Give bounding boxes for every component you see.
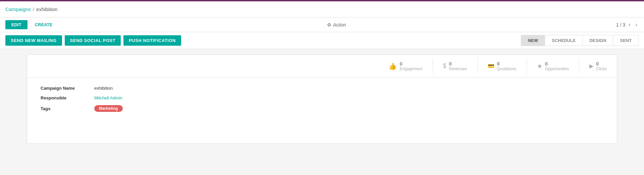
pagination: 1 / 3 ‹ ›: [616, 21, 639, 28]
responsible-row: Responsible Mitchell Admin: [41, 95, 603, 100]
push-notification-button[interactable]: PUSH NOTIFICATION: [123, 35, 181, 46]
opportunities-count: 0: [545, 61, 569, 67]
stat-opportunities[interactable]: ★ 0 Opportunities: [527, 58, 579, 74]
action-bar: SEND NEW MAILING SEND SOCIAL POST PUSH N…: [0, 32, 644, 49]
campaign-name-row: Campaign Name exhibition: [41, 86, 603, 91]
quotations-label: Quotations: [497, 67, 517, 71]
breadcrumb: Campaigns / exhibition: [5, 6, 57, 12]
breadcrumb-current: exhibition: [36, 6, 57, 12]
stat-engagement[interactable]: 👍 0 Engagement: [378, 58, 433, 74]
tags-label: Tags: [41, 106, 94, 111]
action-label: Action: [333, 22, 346, 28]
status-tabs: NEW SCHEDULE DESIGN SENT: [521, 35, 639, 46]
stat-revenues[interactable]: $ 0 Revenues: [433, 58, 478, 74]
cursor-icon: ▶: [589, 63, 593, 69]
edit-button[interactable]: EDIT: [5, 20, 28, 29]
tags-row: Tags Marketing: [41, 105, 603, 112]
send-social-button[interactable]: SEND SOCIAL POST: [65, 35, 121, 46]
bottom-space: [27, 130, 617, 143]
breadcrumb-campaigns-link[interactable]: Campaigns: [5, 6, 31, 12]
tag-marketing[interactable]: Marketing: [94, 105, 123, 112]
dollar-icon: $: [443, 62, 446, 70]
engagement-count: 0: [399, 61, 422, 67]
campaign-name-value: exhibition: [94, 86, 113, 91]
opportunities-label: Opportunities: [545, 67, 569, 71]
tab-sent[interactable]: SENT: [613, 35, 639, 46]
clicks-label: Clicks: [596, 67, 607, 71]
top-bar: Campaigns / exhibition: [0, 1, 644, 17]
breadcrumb-separator: /: [33, 6, 34, 12]
thumbs-up-icon: 👍: [388, 62, 397, 70]
record-card: 👍 0 Engagement $ 0 Revenues 💳 0 Quotatio…: [27, 54, 617, 144]
stat-clicks[interactable]: ▶ 0 Clicks: [579, 58, 617, 74]
send-mailing-button[interactable]: SEND NEW MAILING: [5, 35, 62, 46]
campaign-name-label: Campaign Name: [41, 86, 94, 91]
tab-schedule[interactable]: SCHEDULE: [545, 35, 583, 46]
revenues-label: Revenues: [449, 67, 467, 71]
tab-new[interactable]: NEW: [521, 35, 545, 46]
revenues-count: 0: [449, 61, 467, 67]
gear-icon: ⚙: [327, 22, 331, 28]
next-arrow[interactable]: ›: [634, 21, 639, 28]
responsible-value[interactable]: Mitchell Admin: [94, 95, 122, 100]
quotations-icon: 💳: [488, 63, 494, 69]
star-icon: ★: [537, 62, 542, 70]
stats-bar: 👍 0 Engagement $ 0 Revenues 💳 0 Quotatio…: [27, 55, 617, 78]
create-button[interactable]: CREATE: [30, 20, 57, 29]
pagination-text: 1 / 3: [616, 22, 625, 28]
engagement-label: Engagement: [399, 67, 422, 71]
main-toolbar: EDIT CREATE ⚙ Action 1 / 3 ‹ ›: [0, 17, 644, 32]
tab-design[interactable]: DESIGN: [582, 35, 613, 46]
clicks-count: 0: [596, 61, 607, 67]
responsible-label: Responsible: [41, 95, 94, 100]
action-dropdown[interactable]: ⚙ Action: [327, 22, 346, 28]
prev-arrow[interactable]: ‹: [627, 21, 632, 28]
form-section: Campaign Name exhibition Responsible Mit…: [27, 78, 617, 130]
main-content: 👍 0 Engagement $ 0 Revenues 💳 0 Quotatio…: [0, 49, 644, 149]
quotations-count: 0: [497, 61, 517, 67]
stat-quotations[interactable]: 💳 0 Quotations: [478, 58, 527, 74]
